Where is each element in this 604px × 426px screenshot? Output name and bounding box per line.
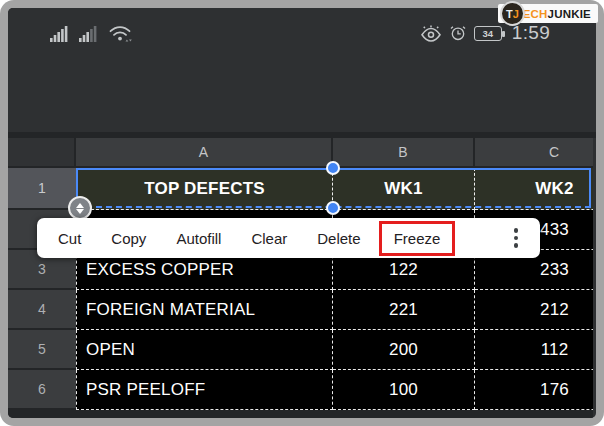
- select-all-corner[interactable]: [8, 138, 76, 168]
- toolbar: [8, 58, 596, 132]
- row-header-6[interactable]: 6: [8, 370, 76, 410]
- cell-c4[interactable]: 212: [475, 290, 593, 330]
- cell-b5[interactable]: 200: [333, 330, 475, 370]
- signal-strength-icon-sim1: [50, 24, 69, 42]
- wifi-icon: [108, 24, 134, 43]
- menu-overflow-button[interactable]: [514, 228, 541, 248]
- battery-percent: 34: [483, 28, 494, 39]
- selection-handle-bottom[interactable]: [326, 201, 340, 215]
- spreadsheet-grid: A B C 1 2 3 4 5 6 TOP DEFECTS WK1 WK2 43…: [8, 138, 593, 418]
- column-header-c[interactable]: C: [475, 138, 593, 168]
- menu-item-cut[interactable]: Cut: [43, 230, 96, 247]
- app-screen: 34 1:59: [8, 8, 596, 418]
- logo-initial-t: T: [506, 8, 513, 20]
- cell-a6[interactable]: PSR PEELOFF: [76, 370, 333, 410]
- cell-context-menu: Cut Copy Autofill Clear Delete Freeze: [37, 218, 540, 258]
- drag-down-arrow-icon: [76, 209, 84, 214]
- row-drag-handle[interactable]: [68, 196, 92, 220]
- techjunkie-logo-icon: TJ: [500, 1, 525, 26]
- screenshot-stage: 34 1:59: [0, 0, 604, 426]
- status-time: 1:59: [512, 22, 550, 44]
- alarm-clock-icon: [449, 24, 467, 42]
- menu-item-clear[interactable]: Clear: [236, 230, 302, 247]
- cell-c5[interactable]: 112: [475, 330, 593, 370]
- cell-b1[interactable]: WK1: [333, 168, 475, 210]
- cell-a4[interactable]: FOREIGN MATERIAL: [76, 290, 333, 330]
- column-header-b[interactable]: B: [333, 138, 475, 168]
- selection-handle-top[interactable]: [326, 161, 340, 175]
- freeze-annotation-box: Freeze: [379, 221, 456, 256]
- cell-c1[interactable]: WK2: [475, 168, 593, 210]
- cell-a1[interactable]: TOP DEFECTS: [76, 168, 333, 210]
- menu-item-autofill[interactable]: Autofill: [161, 230, 236, 247]
- drag-up-arrow-icon: [76, 203, 84, 208]
- row-header-5[interactable]: 5: [8, 330, 76, 370]
- column-header-a[interactable]: A: [76, 138, 333, 168]
- logo-initial-j: J: [513, 8, 519, 20]
- cell-b6[interactable]: 100: [333, 370, 475, 410]
- row-header-1[interactable]: 1: [8, 168, 76, 210]
- cell-b4[interactable]: 221: [333, 290, 475, 330]
- menu-item-freeze[interactable]: Freeze: [394, 230, 441, 247]
- eye-comfort-icon: [420, 24, 442, 42]
- menu-item-delete[interactable]: Delete: [302, 230, 375, 247]
- battery-indicator: 34: [474, 26, 502, 41]
- row-header-4[interactable]: 4: [8, 290, 76, 330]
- cell-c6[interactable]: 176: [475, 370, 593, 410]
- brand-junkie-text: JUNKIE: [548, 8, 591, 20]
- signal-strength-icon-sim2: [79, 24, 98, 42]
- cell-a5[interactable]: OPEN: [76, 330, 333, 370]
- menu-item-copy[interactable]: Copy: [96, 230, 161, 247]
- status-left-cluster: [50, 8, 134, 58]
